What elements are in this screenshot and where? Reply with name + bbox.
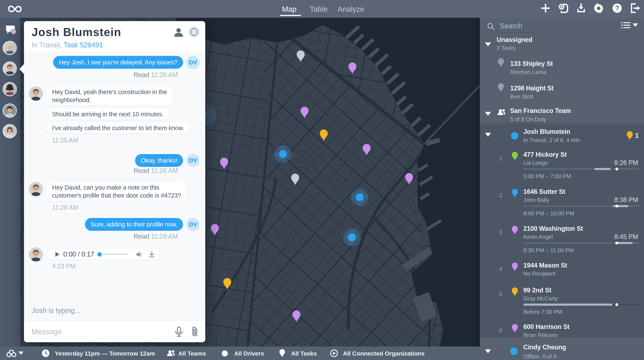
svg-text:?: ?: [615, 4, 619, 12]
